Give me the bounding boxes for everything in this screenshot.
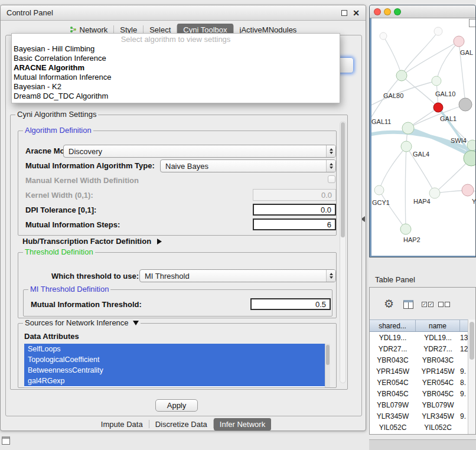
tab-infer-network[interactable]: Infer Network	[214, 418, 271, 431]
manual-kernel-checkbox[interactable]	[328, 175, 335, 183]
zoom-traffic-light-icon[interactable]	[394, 8, 401, 15]
network-node[interactable]	[396, 70, 407, 81]
mi-threshold-group: MI Threshold Definition Mutual Informati…	[23, 289, 332, 317]
attribute-item-selected[interactable]: TopologicalCoefficient	[24, 354, 330, 365]
network-node[interactable]	[434, 27, 442, 35]
table-row[interactable]: YER054C YER054C 8.	[370, 377, 468, 388]
algorithm-option[interactable]: Mutual Information Inference	[12, 73, 340, 82]
mi-threshold-field[interactable]: 0.5	[250, 298, 331, 310]
network-node[interactable]	[380, 32, 387, 40]
network-node[interactable]	[462, 184, 474, 196]
algorithm-option[interactable]: Basic Correlation Inference	[12, 54, 340, 63]
network-node[interactable]	[401, 141, 412, 152]
deselect-all-icon[interactable]	[438, 302, 450, 307]
close-traffic-light-icon[interactable]	[374, 8, 381, 15]
scrollbar-thumb[interactable]	[341, 122, 345, 237]
sources-section-label: Sources for Network Inference	[25, 318, 129, 327]
aracne-mode-select[interactable]: Discovery	[63, 145, 336, 158]
tab-discretize-data[interactable]: Discretize Data	[149, 418, 213, 431]
algorithm-option[interactable]: Bayesian - K2	[12, 82, 340, 92]
table-row[interactable]: YDR27... YDR27... 12	[370, 343, 468, 354]
table-row[interactable]: YLR345W YLR345W 9.	[370, 410, 468, 422]
table-cell: YPR145W	[370, 367, 416, 376]
apply-button[interactable]: Apply	[155, 399, 198, 412]
table-cell: YBR045C	[370, 390, 416, 398]
scrollbar-thumb[interactable]	[470, 322, 474, 360]
table-row[interactable]: YIL052C YIL052C	[370, 422, 468, 433]
algorithm-option[interactable]: Dream8 DC_TDC Algorithm	[12, 92, 340, 101]
control-panel-title: Control Panel	[6, 8, 53, 17]
select-all-icon[interactable]: ✓ ✓	[422, 302, 433, 307]
checked-box-icon: ✓	[422, 302, 427, 307]
control-panel-titlebar[interactable]: Control Panel ✕	[1, 5, 366, 21]
network-canvas[interactable]: GAL GAL80 GAL10 GAL1 GAL11 SWI4 GAL4 GCY…	[371, 18, 476, 256]
table-cell: YDL19...	[416, 334, 460, 342]
network-node-label: GAL1	[440, 115, 457, 122]
network-tab-icon	[70, 26, 77, 33]
cyni-algorithm-settings-group: Cyni Algorithm Settings Algorithm Defini…	[10, 115, 348, 390]
settings-group-title: Cyni Algorithm Settings	[15, 110, 98, 119]
table-row[interactable]: YPR145W YPR145W 9.	[370, 366, 468, 377]
table-row[interactable]: YBR043C YBR043C	[370, 354, 468, 366]
network-node[interactable]	[400, 224, 411, 234]
close-icon[interactable]: ✕	[353, 9, 360, 17]
sources-section-header[interactable]: Sources for Network Inference	[23, 318, 141, 327]
attribute-list-scrollbar[interactable]	[325, 344, 330, 387]
attribute-item-selected[interactable]: gal4RGexp	[24, 376, 330, 386]
attribute-item-selected[interactable]: SelfLoops	[24, 344, 330, 354]
float-window-icon[interactable]	[341, 10, 347, 16]
table-row[interactable]: YDL19... YDL19... 13	[370, 332, 468, 343]
scrollbar-thumb[interactable]	[326, 345, 330, 365]
network-view-window: GAL GAL80 GAL10 GAL1 GAL11 SWI4 GAL4 GCY…	[369, 5, 476, 257]
table-cell: YER054C	[370, 379, 416, 387]
network-node[interactable]	[432, 76, 441, 86]
network-node[interactable]	[429, 188, 440, 198]
network-window-titlebar[interactable]	[370, 5, 475, 18]
expand-right-icon	[157, 239, 162, 244]
network-node-label: SWI4	[451, 137, 467, 144]
table-row[interactable]: YBL079W YBL079W	[370, 399, 468, 410]
column-settings-icon[interactable]	[403, 300, 413, 309]
table-row[interactable]: YBR045C YBR045C 9.	[370, 388, 468, 399]
which-threshold-select[interactable]: MI Threshold	[139, 269, 336, 282]
minimize-traffic-light-icon[interactable]	[384, 8, 391, 15]
hub-section-header[interactable]: Hub/Transcription Factor Definition	[22, 237, 162, 246]
network-node[interactable]	[454, 36, 464, 47]
checked-box-icon: ✓	[428, 302, 433, 307]
tab-label: Infer Network	[220, 420, 265, 429]
network-node[interactable]	[374, 185, 384, 195]
network-overview-box[interactable]	[469, 19, 476, 27]
table-cell: YBR043C	[416, 356, 460, 364]
dpi-tolerance-field[interactable]: 0.0	[253, 204, 336, 216]
attribute-item-selected[interactable]: BetweennessCentrality	[24, 365, 330, 376]
mi-type-select[interactable]: Naive Bayes	[160, 159, 336, 172]
network-node-label: HAP2	[403, 236, 420, 243]
unchecked-box-icon	[438, 302, 444, 307]
collapse-down-icon	[133, 321, 139, 325]
tab-label: Impute Data	[101, 420, 143, 429]
network-node[interactable]	[433, 103, 443, 112]
column-header-shared-name[interactable]: shared...	[370, 320, 416, 331]
minimized-panel-icon[interactable]	[2, 436, 10, 445]
algorithm-option-selected[interactable]: ARACNE Algorithm	[12, 63, 340, 73]
network-node[interactable]	[464, 151, 476, 166]
table-cell: YER054C	[416, 379, 460, 387]
network-node[interactable]	[459, 98, 472, 111]
table-cell: YDL19...	[370, 334, 416, 342]
algorithm-option[interactable]: Bayesian - Hill Climbing	[12, 44, 340, 54]
network-node[interactable]	[467, 140, 476, 151]
gear-icon[interactable]: ⚙	[384, 298, 394, 309]
table-scrollbar[interactable]	[468, 319, 475, 434]
table-cell: YDR27...	[416, 345, 460, 353]
mi-steps-field[interactable]: 6	[253, 219, 336, 230]
table-cell: 8.	[460, 379, 468, 387]
network-node[interactable]	[402, 122, 414, 134]
column-header-partial[interactable]	[460, 320, 468, 331]
sources-group: Sources for Network Inference Data Attri…	[18, 323, 337, 388]
data-attributes-label: Data Attributes	[24, 332, 79, 341]
tab-impute-data[interactable]: Impute Data	[95, 418, 149, 431]
hub-section-label: Hub/Transcription Factor Definition	[22, 237, 151, 246]
kernel-width-field[interactable]: 0.0	[253, 189, 336, 201]
column-header-name[interactable]: name	[416, 320, 460, 331]
settings-scrollbar[interactable]	[340, 121, 346, 383]
